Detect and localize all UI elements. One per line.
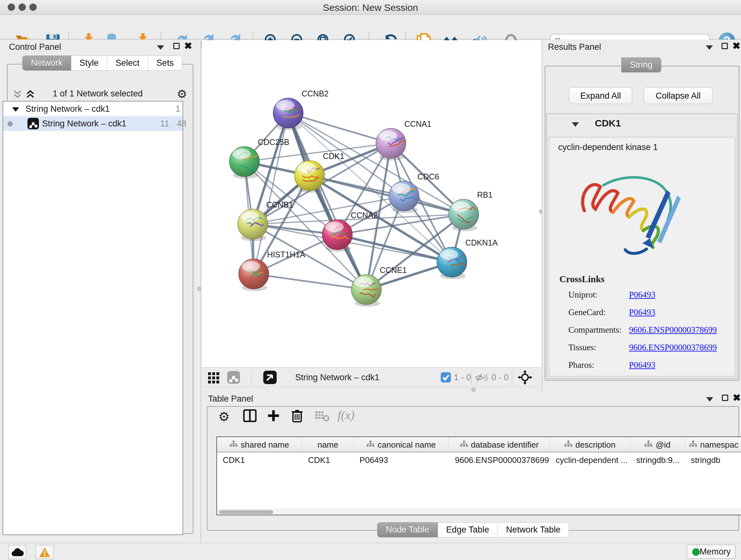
tree-attr-icon (230, 440, 238, 450)
column-header-namespac[interactable]: namespac (685, 437, 741, 452)
column-label: database identifier (471, 440, 539, 450)
network-node-RB1[interactable]: RB1 (449, 190, 493, 232)
gene-description: cyclin-dependent kinase 1 (558, 142, 658, 152)
table-settings-gear-icon[interactable]: ⚙ (218, 409, 230, 424)
network-node-CCNA1[interactable]: CCNA1 (376, 119, 431, 161)
tree-expand-icon[interactable] (12, 107, 19, 112)
node-table: shared namenamecanonical namedatabase id… (216, 436, 741, 515)
tree-attr-icon (367, 440, 374, 450)
horizontal-scrollbar[interactable] (217, 509, 741, 515)
scrollbar-thumb[interactable] (219, 510, 273, 514)
edge-count-badge: 48 (177, 116, 186, 131)
column-header-shared-name[interactable]: shared name (217, 437, 302, 452)
table-cell[interactable]: stringdb (685, 453, 741, 467)
tab-network-table[interactable]: Network Table (498, 522, 569, 537)
node-label: RB1 (477, 190, 493, 199)
network-edge-CDK1-RB1[interactable] (310, 176, 464, 214)
network-node-HIST1H1A[interactable]: HIST1H1A (239, 250, 306, 291)
crosslink-link[interactable]: P06493 (629, 360, 656, 370)
memory-button[interactable]: Memory (687, 545, 735, 559)
column-header-database-identifier[interactable]: database identifier (449, 437, 550, 452)
column-header-canonical-name[interactable]: canonical name (354, 437, 449, 452)
network-edge-HIST1H1A-CCNE1[interactable] (254, 274, 366, 290)
entry-collapse-icon[interactable] (572, 122, 579, 127)
results-panel: Results Panel ✖ String Expand All Collap… (542, 40, 741, 392)
network-selection-status: 1 of 1 Network selected (8, 89, 187, 99)
crosslink-link[interactable]: 9606.ENSP00000378699 (629, 325, 717, 335)
tree-attr-icon (689, 440, 697, 450)
panel-float-icon[interactable] (722, 43, 728, 49)
external-view-icon[interactable] (263, 371, 277, 384)
tab-network[interactable]: Network (22, 56, 71, 71)
node-count-badge: 11 (160, 116, 169, 131)
column-label: name (318, 440, 338, 450)
network-node-CDC25B[interactable]: CDC25B (229, 138, 289, 179)
share-view-icon[interactable] (227, 371, 240, 384)
hidden-eye-icon[interactable] (475, 372, 489, 383)
network-node-CCNE1[interactable]: CCNE1 (351, 266, 407, 307)
crosslink-row: Pharos:P06493 (568, 360, 728, 370)
panel-collapse-icon[interactable] (157, 45, 164, 50)
toolbar-separator (252, 370, 252, 385)
delete-table-icon[interactable] (315, 410, 329, 422)
collection-count-badge: 1 (176, 102, 180, 116)
warning-status-button[interactable] (36, 545, 54, 559)
table-cell[interactable]: CDK1 (217, 453, 302, 467)
tab-select[interactable]: Select (107, 56, 148, 71)
table-cell[interactable]: stringdb:9... (630, 453, 685, 467)
results-panel-title: Results Panel (548, 42, 601, 52)
panel-close-icon[interactable]: ✖ (733, 393, 741, 402)
crosslink-link[interactable]: 9606.ENSP00000378699 (629, 343, 717, 353)
selected-checkbox-icon[interactable] (441, 372, 451, 382)
navigator-crosshair-icon[interactable] (518, 370, 532, 385)
crosslink-label: Tissues: (568, 343, 596, 352)
delete-column-icon[interactable] (291, 409, 303, 422)
network-node-CDKN1A[interactable]: CDKN1A (437, 238, 498, 279)
panel-close-icon[interactable]: ✖ (732, 42, 740, 51)
network-edge-CCNB2-CCNA1[interactable] (288, 113, 391, 143)
network-share-icon (27, 118, 39, 129)
control-panel-tabs: NetworkStyleSelectSets (22, 56, 182, 71)
protein-structure-image (565, 157, 693, 265)
grid-view-icon[interactable] (207, 371, 220, 384)
tab-string[interactable]: String (621, 57, 661, 72)
tab-style[interactable]: Style (71, 56, 107, 71)
network-row-selected[interactable]: String Network – cdk1 11 48 (3, 116, 183, 131)
crosslink-row: GeneCard:P06493 (568, 307, 728, 317)
column-header-id[interactable]: @id (630, 437, 685, 452)
network-collection-row[interactable]: String Network – cdk1 1 (3, 102, 183, 116)
crosslink-link[interactable]: P06493 (629, 290, 656, 300)
cloud-status-button[interactable] (8, 545, 26, 559)
table-cell[interactable]: cyclin-dependent ... (550, 453, 630, 467)
panel-collapse-icon[interactable] (706, 397, 713, 401)
panel-float-icon[interactable] (173, 43, 180, 49)
expand-all-button[interactable]: Expand All (569, 87, 632, 104)
tab-sets[interactable]: Sets (148, 56, 182, 71)
table-cell[interactable]: P06493 (354, 453, 449, 467)
column-header-name[interactable]: name (302, 437, 354, 452)
node-label: CDC6 (417, 172, 439, 181)
function-builder-icon[interactable]: f(x) (338, 408, 354, 422)
splitter-knob[interactable] (471, 388, 475, 392)
gear-icon[interactable]: ⚙ (177, 87, 187, 101)
main-toolbar: ? (0, 15, 741, 40)
panel-close-icon[interactable]: ✖ (184, 42, 192, 51)
network-node-CCNB2[interactable]: CCNB2 (273, 89, 329, 130)
collapse-all-button[interactable]: Collapse All (644, 87, 713, 104)
tab-edge-table[interactable]: Edge Table (438, 522, 498, 537)
column-header-description[interactable]: description (550, 437, 630, 452)
node-label: CCNB1 (266, 200, 293, 209)
table-row[interactable]: CDK1CDK1P064939606.ENSP00000378699cyclin… (217, 453, 741, 467)
crosslink-link[interactable]: P06493 (629, 307, 656, 317)
panel-float-icon[interactable] (722, 395, 728, 401)
network-canvas[interactable]: CCNB2CCNA1CDC25BCDK1CDC6RB1CCNB1CCNA2CDK… (202, 40, 542, 367)
panel-collapse-icon[interactable] (706, 45, 713, 50)
add-column-icon[interactable] (267, 409, 280, 422)
network-edge-CCNB2-CCNE1[interactable] (288, 113, 366, 290)
show-columns-icon[interactable] (243, 409, 257, 422)
splitter-knob[interactable] (197, 287, 201, 291)
table-panel: Table Panel ✖ ⚙ f(x) shared namenamecano… (202, 392, 741, 543)
table-cell[interactable]: CDK1 (302, 453, 354, 467)
tab-node-table[interactable]: Node Table (377, 522, 438, 537)
table-cell[interactable]: 9606.ENSP00000378699 (449, 453, 550, 467)
